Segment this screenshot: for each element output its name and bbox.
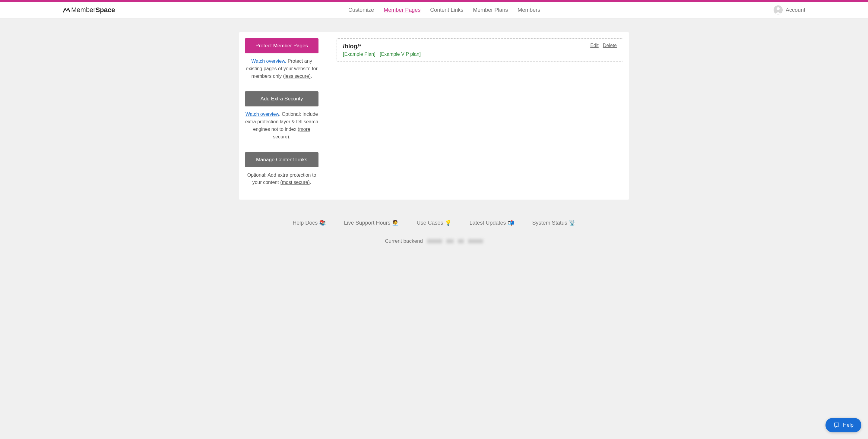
content-description: Optional: Add extra protection to your c… xyxy=(245,171,318,187)
page-card-info: /blog/* [Example Plan] [Example VIP plan… xyxy=(343,43,424,57)
most-secure-note: (most secure) xyxy=(280,180,310,185)
header: MemberSpace Customize Member Pages Conte… xyxy=(0,2,868,19)
blurred-value xyxy=(427,239,442,243)
logo-text-part2: Space xyxy=(96,6,115,14)
nav-customize[interactable]: Customize xyxy=(348,7,374,13)
plan-tag: [Example Plan] xyxy=(343,52,375,57)
logo-icon xyxy=(63,7,70,13)
add-extra-security-button[interactable]: Add Extra Security xyxy=(245,91,318,106)
logo-text-part1: Member xyxy=(71,6,96,14)
nav-content-links[interactable]: Content Links xyxy=(430,7,463,13)
logo[interactable]: MemberSpace xyxy=(63,6,115,14)
footer-use-cases[interactable]: Use Cases 💡 xyxy=(416,220,451,226)
page-path: /blog/* xyxy=(343,43,424,50)
manage-content-links-button[interactable]: Manage Content Links xyxy=(245,152,318,167)
protect-member-pages-button[interactable]: Protect Member Pages xyxy=(245,38,318,53)
protect-description: Watch overview. Protect any existing pag… xyxy=(245,58,318,80)
page-card-actions: Edit Delete xyxy=(590,43,617,48)
account-label: Account xyxy=(786,7,805,13)
svg-point-1 xyxy=(777,7,780,10)
footer-links: Help Docs 📚 Live Support Hours 🧑‍💼 Use C… xyxy=(0,220,868,226)
main-nav: Customize Member Pages Content Links Mem… xyxy=(115,7,774,13)
protected-page-card: /blog/* [Example Plan] [Example VIP plan… xyxy=(337,38,623,62)
blurred-value xyxy=(446,239,454,243)
less-secure-note: (less secure) xyxy=(283,73,311,79)
main-container: Protect Member Pages Watch overview. Pro… xyxy=(239,32,629,199)
footer-live-support[interactable]: Live Support Hours 🧑‍💼 xyxy=(344,220,398,226)
security-watch-link[interactable]: Watch overview xyxy=(246,112,279,117)
plan-tag: [Example VIP plan] xyxy=(380,52,421,57)
edit-link[interactable]: Edit xyxy=(590,43,599,48)
main-content: /blog/* [Example Plan] [Example VIP plan… xyxy=(337,38,623,194)
footer: Help Docs 📚 Live Support Hours 🧑‍💼 Use C… xyxy=(0,214,868,262)
nav-members[interactable]: Members xyxy=(518,7,540,13)
blurred-value xyxy=(468,239,483,243)
backend-label: Current backend xyxy=(385,238,423,244)
protect-watch-link[interactable]: Watch overview. xyxy=(251,59,286,64)
nav-member-plans[interactable]: Member Plans xyxy=(473,7,508,13)
footer-backend: Current backend xyxy=(0,238,868,244)
account-menu[interactable]: Account xyxy=(774,5,805,14)
footer-latest-updates[interactable]: Latest Updates 📬 xyxy=(470,220,514,226)
blurred-value xyxy=(458,239,464,243)
nav-member-pages[interactable]: Member Pages xyxy=(384,7,421,13)
delete-link[interactable]: Delete xyxy=(603,43,617,48)
avatar-icon xyxy=(774,5,783,14)
page-plans: [Example Plan] [Example VIP plan] xyxy=(343,52,424,57)
footer-system-status[interactable]: System Status 📡 xyxy=(532,220,576,226)
sidebar: Protect Member Pages Watch overview. Pro… xyxy=(245,38,318,194)
security-description: Watch overview. Optional: Include extra … xyxy=(245,111,318,140)
footer-help-docs[interactable]: Help Docs 📚 xyxy=(292,220,326,226)
